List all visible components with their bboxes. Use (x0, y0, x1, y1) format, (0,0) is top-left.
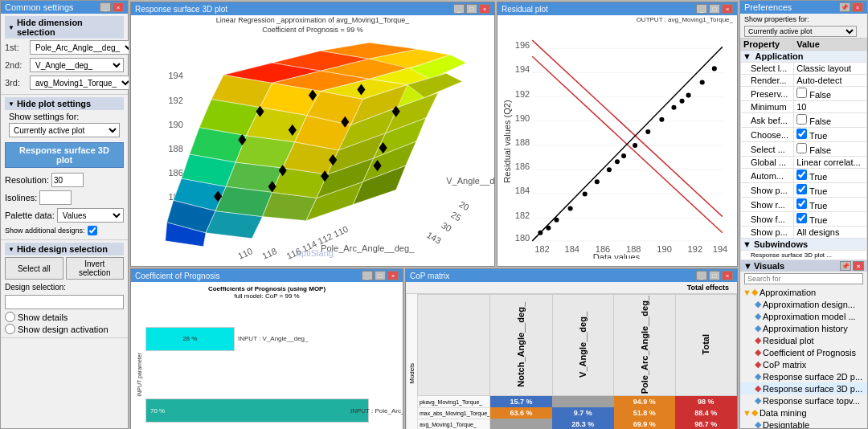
prop-select2: Select ... False (741, 142, 867, 157)
matrix-row-1: max_abs_Moving1_Torque_ 63.6 % 9.7 % 51.… (418, 407, 737, 419)
prop-col-value: Value (794, 39, 867, 51)
cell-1-0: 63.6 % (490, 407, 553, 419)
show-activation-radio[interactable] (5, 324, 15, 334)
show-settings-select[interactable]: Currently active plot (9, 123, 120, 137)
show-additional-checkbox[interactable] (88, 226, 97, 235)
tree-approx-history[interactable]: ◆ Approximation history (740, 322, 867, 334)
resolution-input[interactable] (51, 173, 84, 187)
resolution-row: Resolution: (5, 171, 124, 189)
residual-plot-area[interactable]: OUTPUT : avg_Moving1_Torque_ Residual va… (497, 15, 737, 266)
tree-datamining-folder[interactable]: ▼ ◆ Data mining (740, 407, 867, 419)
invert-selection-button[interactable]: Invert selection (66, 257, 125, 280)
cell-1-3: 88.4 % (675, 407, 736, 419)
palette-select[interactable]: Values (57, 208, 124, 223)
preferences-titlebar: Preferences 📌 × (740, 1, 867, 14)
top-row: Response surface 3D plot _ □ × Linear Re… (130, 2, 738, 267)
show-p-checkbox[interactable] (796, 184, 807, 194)
show-f-checkbox[interactable] (796, 213, 807, 223)
matrix-row-0: pkavg_Moving1_Torque_ 15.7 % 94.9 % 98 % (418, 396, 737, 408)
select2-checkbox[interactable] (796, 143, 807, 153)
show-properties-label: Show properties for: (740, 14, 867, 25)
design-selection-input[interactable] (5, 295, 124, 309)
tree-rs2d[interactable]: ◆ Response surface 2D p... (740, 370, 867, 382)
application-group-header: ▼ Application (741, 51, 867, 63)
select-all-button[interactable]: Select all (5, 257, 63, 280)
dim2-select[interactable]: V_Angle__deg_ (30, 58, 124, 72)
item-icon-10: ◆ (755, 419, 761, 429)
cop-matrix-close[interactable]: × (722, 271, 733, 280)
preferences-pin[interactable]: 📌 (839, 2, 850, 12)
tree-rstopv[interactable]: ◆ Response surface topv... (740, 394, 867, 407)
cop-matrix-minimize[interactable]: _ (696, 271, 707, 280)
visuals-section-divider[interactable]: ▼ Visuals 📌 × (740, 260, 867, 272)
show-details-radio[interactable] (5, 312, 15, 322)
cop-panel: Coefficient of Prognosis _ □ × Coefficie… (130, 268, 403, 429)
isolines-input[interactable] (39, 190, 72, 205)
dim1-select[interactable]: Pole_Arc_Angle__deg_ (30, 40, 136, 55)
response-surface-3d-button[interactable]: Response surface 3D plot (5, 142, 124, 168)
tree-rs3d[interactable]: ◆ Response surface 3D p... (740, 382, 867, 394)
residual-restore[interactable]: □ (709, 4, 720, 14)
cell-0-3: 98 % (675, 396, 736, 408)
surface-3d-close[interactable]: × (479, 4, 490, 14)
svg-text:Residual values (Q2): Residual values (Q2) (502, 100, 512, 182)
item-icon-8: ◆ (755, 383, 761, 394)
surface-3d-svg: avg_Moving1_Torque_ 194 192 190 188 186 … (131, 35, 494, 261)
item-icon-6: ◆ (755, 359, 761, 370)
param-header-3: Total (701, 334, 710, 354)
right-panel: Preferences 📌 × Show properties for: Cur… (739, 0, 868, 429)
tree-container: ▼ ◆ Approximation ◆ Approximation design… (740, 286, 867, 429)
show-r-checkbox[interactable] (796, 198, 807, 209)
tree-residual-plot[interactable]: ◆ Residual plot (740, 334, 867, 346)
dimension-section-header[interactable]: ▼ Hide dimension selection (5, 16, 124, 39)
visuals-pin[interactable]: 📌 (840, 261, 851, 271)
surface-3d-minimize[interactable]: _ (453, 4, 465, 14)
residual-close[interactable]: × (722, 4, 733, 14)
design-section-header[interactable]: ▼ Hide design selection (5, 243, 124, 255)
tree-approx-design[interactable]: ◆ Approximation design... (740, 298, 867, 310)
left-panel-minimize[interactable]: _ (100, 2, 111, 12)
tree-cop-matrix[interactable]: ◆ CoP matrix (740, 358, 867, 370)
item-icon-1: ◆ (755, 299, 761, 309)
plot-settings-header[interactable]: ▼ Hide plot settings (5, 97, 124, 110)
cop-close[interactable]: × (387, 271, 399, 280)
visuals-search[interactable] (744, 273, 863, 284)
svg-marker-63 (215, 186, 272, 216)
param-header-0: Notch_Angle__deg_ (516, 302, 526, 387)
svg-text:184: 184 (565, 244, 579, 254)
subwindows-group-header: ▼ Subwindows (741, 239, 867, 251)
isolines-row: Isolines: (5, 189, 124, 206)
ask-before-checkbox[interactable] (796, 114, 807, 125)
visuals-arrow: ▼ (743, 261, 752, 271)
cop-matrix-restore[interactable]: □ (709, 271, 720, 280)
left-panel-close[interactable]: × (113, 2, 124, 12)
svg-text:186: 186 (515, 161, 530, 171)
autom-checkbox[interactable] (796, 170, 807, 180)
svg-point-134 (645, 129, 650, 134)
svg-point-140 (546, 226, 551, 231)
svg-point-130 (595, 179, 600, 184)
cop-minimize[interactable]: _ (362, 271, 373, 280)
show-properties-select[interactable]: Currently active plot (744, 26, 857, 37)
svg-point-135 (659, 117, 664, 122)
surface-3d-title: Response surface 3D plot (135, 5, 227, 14)
choose-checkbox[interactable] (796, 129, 807, 139)
preferences-close[interactable]: × (852, 2, 863, 12)
tree-approximation-folder[interactable]: ▼ ◆ Approximation (740, 286, 867, 298)
cop-plot-area[interactable]: Coefficients of Prognosis (using MOP) fu… (131, 282, 403, 429)
tree-designtable[interactable]: ◆ Designtable (740, 419, 867, 429)
surface-3d-plot-area[interactable]: Linear Regression _approximation of avg_… (131, 15, 494, 266)
svg-text:180: 180 (515, 233, 530, 243)
dim3-select[interactable]: avg_Moving1_Torque_ (30, 76, 133, 90)
common-settings-titlebar: Common settings _ × (1, 1, 128, 14)
surface-3d-restore[interactable]: □ (466, 4, 477, 14)
tree-cop[interactable]: ◆ Coefficient of Prognosis (740, 346, 867, 358)
cop-restore[interactable]: □ (375, 271, 386, 280)
svg-point-139 (712, 66, 717, 71)
preserve-checkbox[interactable] (796, 88, 807, 98)
visuals-close[interactable]: × (853, 261, 864, 271)
common-settings-title: Common settings (5, 2, 74, 12)
tree-approx-model[interactable]: ◆ Approximation model ... (740, 310, 867, 322)
residual-minimize[interactable]: _ (696, 4, 707, 14)
svg-point-141 (615, 159, 620, 164)
